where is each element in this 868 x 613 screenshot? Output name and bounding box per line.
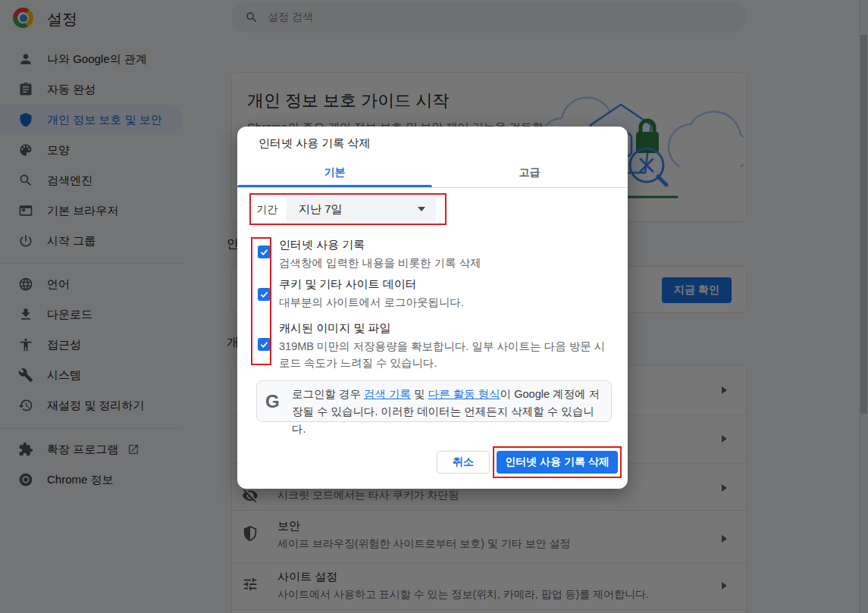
clear-browsing-data-dialog: 인터넷 사용 기록 삭제 기본 고급 기간 지난 7일 인터넷 사용 기록 검색… bbox=[237, 127, 628, 489]
check-icon bbox=[259, 339, 269, 349]
time-range-select[interactable]: 지난 7일 bbox=[287, 196, 436, 222]
checkbox-description: 검색창에 입력한 내용을 비롯한 기록 삭제 bbox=[279, 255, 611, 271]
checkbox-title: 인터넷 사용 기록 bbox=[279, 238, 365, 252]
browsing-history-checkbox[interactable] bbox=[258, 246, 271, 258]
chevron-down-icon bbox=[418, 207, 425, 211]
chrome-settings-page: 설정 설정 검색 나와 Google의 관계 자동 완성 개인 정보 보호 및 … bbox=[0, 0, 868, 613]
checkbox-title: 쿠키 및 기타 사이트 데이터 bbox=[279, 277, 417, 292]
checkbox-description: 대부분의 사이트에서 로그아웃됩니다. bbox=[279, 294, 611, 311]
google-account-notice: G 로그인할 경우 검색 기록 및 다른 활동 형식이 Google 계정에 저… bbox=[256, 380, 612, 422]
tabs-divider bbox=[237, 187, 628, 188]
notice-text: 로그인할 경우 검색 기록 및 다른 활동 형식이 Google 계정에 저장될… bbox=[292, 386, 605, 438]
checkbox-description: 319MB 미만의 저장용량을 확보합니다. 일부 사이트는 다음 방문 시 로… bbox=[279, 338, 611, 371]
other-activity-link[interactable]: 다른 활동 형식 bbox=[428, 388, 500, 400]
search-history-link[interactable]: 검색 기록 bbox=[364, 388, 411, 400]
tab-advanced[interactable]: 고급 bbox=[432, 160, 627, 186]
cookies-checkbox[interactable] bbox=[258, 288, 271, 301]
check-icon bbox=[259, 289, 269, 299]
time-range-value: 지난 7일 bbox=[299, 202, 343, 217]
period-label: 기간 bbox=[256, 203, 277, 217]
dialog-title: 인터넷 사용 기록 삭제 bbox=[259, 136, 371, 151]
google-g-icon: G bbox=[265, 391, 280, 412]
cached-images-checkbox[interactable] bbox=[258, 338, 271, 351]
tab-basic[interactable]: 기본 bbox=[237, 160, 432, 186]
cancel-button[interactable]: 취소 bbox=[437, 451, 490, 474]
checkbox-title: 캐시된 이미지 및 파일 bbox=[279, 321, 391, 336]
check-icon bbox=[259, 247, 269, 257]
clear-data-button[interactable]: 인터넷 사용 기록 삭제 bbox=[497, 451, 618, 474]
